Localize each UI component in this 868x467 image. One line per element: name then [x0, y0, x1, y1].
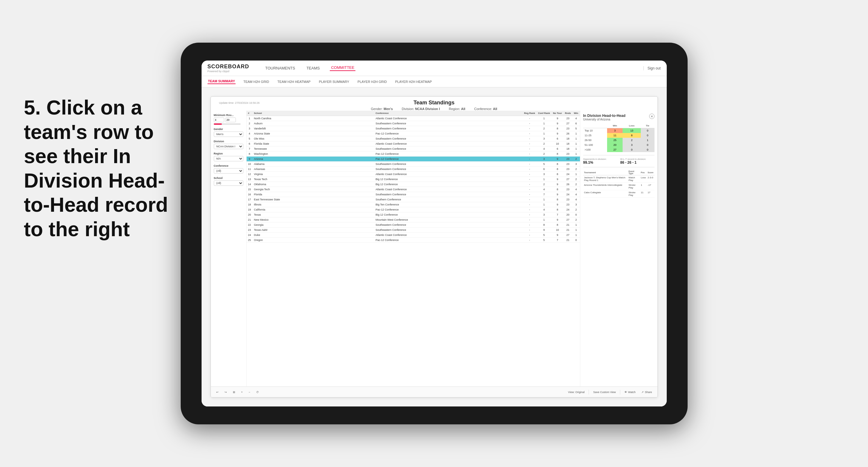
table-row[interactable]: 11 Arkansas Southeastern Conference - 6 …: [247, 167, 580, 172]
table-row[interactable]: 25 Oregon Pac-12 Conference - 5 7 21 0: [247, 238, 580, 243]
table-row[interactable]: 19 California Pac-12 Conference - 4 8 24…: [247, 207, 580, 212]
cell-rnds: 23: [563, 197, 572, 202]
tourney-col-name: Tournament: [583, 170, 628, 175]
tourney-score: -17: [647, 183, 654, 190]
cell-rank: 16: [247, 192, 253, 197]
school-select[interactable]: (All): [214, 180, 243, 186]
table-row[interactable]: 5 Ole Miss Southeastern Conference - 3 6…: [247, 136, 580, 142]
division-meta: Division: NCAA Division I: [402, 107, 440, 111]
table-row[interactable]: 9 Arizona Pac-12 Conference - 3 9 23 2: [247, 157, 580, 162]
col-conf-rank: Conf Rank: [536, 111, 551, 116]
table-row[interactable]: 16 Florida Southeastern Conference - 7 9…: [247, 192, 580, 197]
cell-no-tour: 9: [551, 157, 563, 162]
h2h-tie: 1: [641, 138, 654, 143]
h2h-label: 11-25: [583, 133, 608, 138]
share-button[interactable]: ↗ Share: [640, 390, 654, 394]
min-rounds-min-input[interactable]: [214, 118, 224, 122]
sub-nav-player-h2h-heatmap[interactable]: PLAYER H2H HEATMAP: [395, 80, 432, 84]
cell-rnds: 23: [563, 126, 572, 131]
clock-button[interactable]: ⏱: [254, 390, 260, 394]
cell-rank: 6: [247, 142, 253, 147]
stats-row: Opponents in division: 99.1% W-L-T recor…: [583, 158, 654, 165]
undo-button[interactable]: ↩: [214, 390, 220, 394]
division-select[interactable]: NCAA Division I: [214, 144, 243, 149]
table-row[interactable]: 13 Texas Tech Big 12 Conference - 1 9 27…: [247, 177, 580, 182]
table-row[interactable]: 18 Illinois Big Ten Conference - 1 9 23 …: [247, 202, 580, 207]
cell-school: Ole Miss: [253, 136, 374, 142]
rounds-slider[interactable]: [214, 123, 241, 125]
cell-conference: Atlantic Coast Conference: [374, 142, 522, 147]
cell-conf-rank: 6: [536, 167, 551, 172]
table-header-row: # School Conference Reg Rank Conf Rank N…: [247, 111, 580, 116]
table-row[interactable]: 17 East Tennessee State Southern Confere…: [247, 197, 580, 202]
table-row[interactable]: 10 Alabama Southeastern Conference - 5 8…: [247, 162, 580, 167]
cell-school: Tennessee: [253, 147, 374, 152]
nav-link-committee[interactable]: COMMITTEE: [330, 65, 355, 71]
cell-no-tour: 8: [551, 197, 563, 202]
table-row[interactable]: 22 Georgia Southeastern Conference - 8 8…: [247, 222, 580, 227]
cell-conf-rank: 2: [536, 152, 551, 157]
cell-win: 3: [572, 162, 580, 167]
cell-no-tour: 8: [551, 172, 563, 177]
tourney-score: 2-3-0: [647, 175, 654, 183]
table-row[interactable]: 7 Tennessee Southeastern Conference - 4 …: [247, 147, 580, 152]
cell-school: Georgia Tech: [253, 187, 374, 192]
cell-conf-rank: 3: [536, 212, 551, 217]
cell-conference: Pac-12 Conference: [374, 131, 522, 136]
cell-conference: Big 12 Conference: [374, 212, 522, 217]
cell-rnds: 23: [563, 167, 572, 172]
standings-meta: Gender: Men's Division: NCAA Division I …: [303, 107, 565, 111]
table-row[interactable]: 21 New Mexico Mountain West Conference -…: [247, 217, 580, 222]
cell-win: 1: [572, 232, 580, 238]
gender-select[interactable]: Men's: [214, 131, 243, 137]
table-row[interactable]: 6 Florida State Atlantic Coast Conferenc…: [247, 142, 580, 147]
table-row[interactable]: 23 Texas A&M Southeastern Conference - 9…: [247, 227, 580, 232]
table-row[interactable]: 2 Auburn Southeastern Conference - 1 9 2…: [247, 121, 580, 126]
redo-button[interactable]: ↪: [223, 390, 229, 394]
table-row[interactable]: 24 Duke Atlantic Coast Conference - 5 9 …: [247, 232, 580, 238]
filter-gender: Gender Men's: [214, 128, 243, 137]
sub-nav-player-h2h-grid[interactable]: PLAYER H2H GRID: [357, 80, 388, 84]
region-select[interactable]: N/A: [214, 156, 243, 161]
cell-no-tour: 9: [551, 202, 563, 207]
table-row[interactable]: 1 North Carolina Atlantic Coast Conferen…: [247, 116, 580, 121]
h2h-loss: 3: [623, 143, 641, 147]
zoom-fit-button[interactable]: ⊞: [231, 390, 237, 394]
table-row[interactable]: 3 Vanderbilt Southeastern Conference - 2…: [247, 126, 580, 131]
h2h-loss: 2: [623, 138, 641, 143]
col-school: School: [253, 111, 374, 116]
save-custom-button[interactable]: Save Custom View: [591, 390, 618, 394]
sub-nav-team-h2h-grid[interactable]: TEAM H2H GRID: [243, 80, 270, 84]
tournament-row: Arizona Thunderbirds Intercollegiate Str…: [583, 183, 654, 190]
divider: [583, 155, 654, 155]
sub-nav-player-summary[interactable]: PLAYER SUMMARY: [318, 80, 350, 84]
table-row[interactable]: 12 Virginia Atlantic Coast Conference - …: [247, 172, 580, 177]
cell-rank: 20: [247, 212, 253, 217]
min-rounds-max-input[interactable]: [225, 118, 236, 122]
table-row[interactable]: 20 Texas Big 12 Conference - 3 7 20 0: [247, 212, 580, 217]
sign-out-button[interactable]: Sign out: [644, 66, 660, 70]
nav-link-tournaments[interactable]: TOURNAMENTS: [264, 66, 297, 70]
col-reg-rank: Reg Rank: [523, 111, 537, 116]
sub-nav-team-h2h-heatmap[interactable]: TEAM H2H HEATMAP: [277, 80, 311, 84]
zoom-in-button[interactable]: +: [240, 390, 245, 394]
cell-school: Florida State: [253, 142, 374, 147]
table-row[interactable]: 8 Washington Pac-12 Conference - 2 8 23 …: [247, 152, 580, 157]
filter-division: Division NCAA Division I: [214, 140, 243, 149]
cell-school: New Mexico: [253, 217, 374, 222]
zoom-out-button[interactable]: −: [247, 390, 252, 394]
cell-reg-rank: -: [523, 157, 537, 162]
table-row[interactable]: 4 Arizona State Pac-12 Conference - 1 9 …: [247, 131, 580, 136]
view-original-button[interactable]: View: Original: [566, 390, 586, 394]
cell-rank: 3: [247, 126, 253, 131]
table-area: # School Conference Reg Rank Conf Rank N…: [247, 111, 580, 386]
cell-rnds: 24: [563, 172, 572, 177]
table-row[interactable]: 14 Oklahoma Big 12 Conference - 2 9 26 2: [247, 182, 580, 187]
close-panel-button[interactable]: ✕: [649, 114, 654, 119]
sub-nav-team-summary[interactable]: TEAM SUMMARY: [208, 79, 236, 84]
watch-button[interactable]: 👁 Watch: [623, 390, 637, 394]
nav-link-teams[interactable]: TEAMS: [305, 66, 321, 70]
conference-select[interactable]: (All): [214, 168, 243, 174]
cell-reg-rank: -: [523, 192, 537, 197]
table-row[interactable]: 15 Georgia Tech Atlantic Coast Conferenc…: [247, 187, 580, 192]
